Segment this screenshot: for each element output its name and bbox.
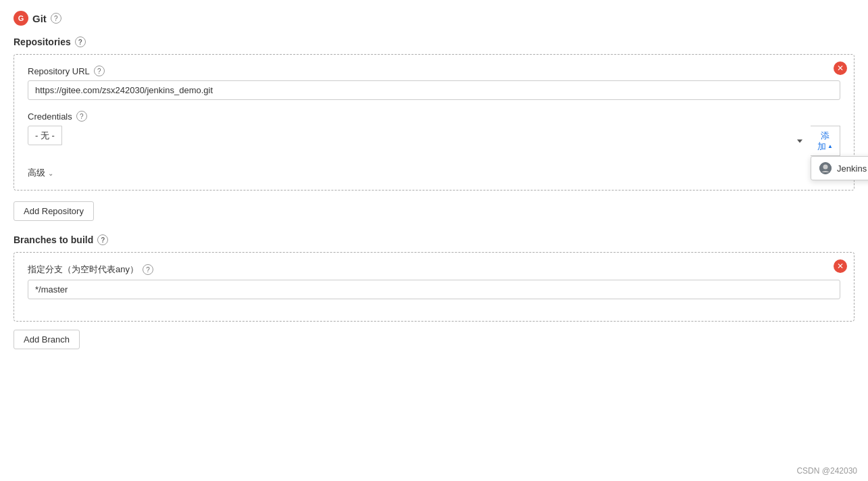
repositories-section-title: Repositories <box>14 36 71 47</box>
jenkins-avatar <box>819 162 832 174</box>
add-btn-line2: 加 ▲ <box>817 141 833 152</box>
git-header: G Git ? <box>14 11 854 26</box>
repo-url-label-row: Repository URL ? <box>28 66 840 76</box>
repo-url-label: Repository URL <box>28 66 90 76</box>
branch-specifier-help-icon[interactable]: ? <box>143 264 153 275</box>
repositories-section: Repositories ? ✕ Repository URL ? Creden… <box>14 36 854 191</box>
branches-help-icon[interactable]: ? <box>97 234 108 245</box>
repo-url-group: Repository URL ? <box>28 66 840 100</box>
footer-text: CSDN @242030 <box>796 466 857 476</box>
repo-url-help-icon[interactable]: ? <box>94 66 105 76</box>
repositories-label: Repositories ? <box>14 36 854 47</box>
advanced-chevron-icon: ⌄ <box>48 170 53 177</box>
svg-point-1 <box>823 165 828 170</box>
credentials-help-icon[interactable]: ? <box>76 111 87 122</box>
close-repository-button[interactable]: ✕ <box>834 61 847 75</box>
branches-section-label: Branches to build ? <box>14 234 854 245</box>
branch-specifier-label: 指定分支（为空时代表any） <box>28 263 138 276</box>
git-icon: G <box>14 11 28 26</box>
add-repository-button[interactable]: Add Repository <box>14 201 94 221</box>
add-credentials-container: 添 加 ▲ <box>811 126 840 156</box>
git-icon-label: G <box>18 14 24 22</box>
repositories-help-icon[interactable]: ? <box>75 36 86 47</box>
add-credentials-dropdown: Jenkins <box>811 156 868 180</box>
credentials-select-wrapper: - 无 - <box>28 126 811 156</box>
credentials-group: Credentials ? - 无 - 添 <box>28 111 840 156</box>
advanced-label[interactable]: 高级 <box>28 167 45 179</box>
branches-section: Branches to build ? ✕ 指定分支（为空时代表any） ? A… <box>14 234 854 349</box>
git-title: Git <box>32 13 47 24</box>
dropdown-jenkins-label: Jenkins <box>837 163 867 174</box>
close-branch-button[interactable]: ✕ <box>834 259 847 273</box>
dropdown-item-jenkins[interactable]: Jenkins <box>811 157 868 180</box>
repo-url-input[interactable] <box>28 80 840 100</box>
add-btn-caret: ▲ <box>827 143 833 150</box>
jenkins-avatar-icon <box>819 162 832 174</box>
add-credentials-button[interactable]: 添 加 ▲ <box>811 126 840 156</box>
credentials-label-row: Credentials ? <box>28 111 840 122</box>
branches-section-title: Branches to build <box>14 234 93 245</box>
repository-box: ✕ Repository URL ? Credentials ? <box>14 54 854 191</box>
branch-specifier-group: 指定分支（为空时代表any） ? <box>28 263 840 299</box>
credentials-select[interactable]: - 无 - <box>28 126 62 145</box>
add-branch-button[interactable]: Add Branch <box>14 330 80 349</box>
git-help-icon[interactable]: ? <box>51 13 61 24</box>
branch-specifier-label-row: 指定分支（为空时代表any） ? <box>28 263 840 276</box>
credentials-label: Credentials <box>28 111 72 122</box>
page-container: G Git ? Repositories ? ✕ Repository URL … <box>0 0 868 371</box>
branch-specifier-input[interactable] <box>28 280 840 299</box>
add-btn-line1: 添 <box>821 130 829 141</box>
advanced-row: 高级 ⌄ <box>28 167 840 179</box>
branch-box: ✕ 指定分支（为空时代表any） ? <box>14 252 854 322</box>
